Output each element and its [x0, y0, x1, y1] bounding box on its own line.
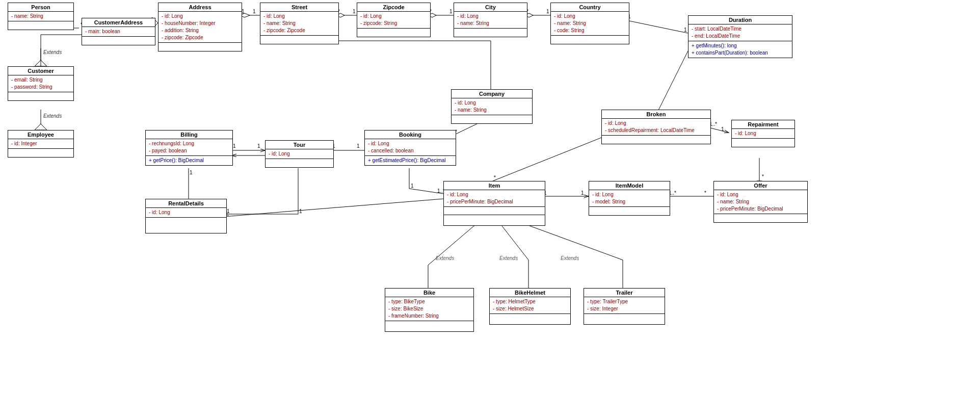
- class-bikehelmet-attrs: - type: HelmetType - size: HelmetSize: [490, 297, 570, 314]
- svg-text:1: 1: [190, 170, 193, 175]
- class-bikehelmet-extra: [490, 314, 570, 324]
- class-rentaldetails-header: RentalDetails: [146, 199, 226, 208]
- duration-attr-1: - start: LocalDateTime: [692, 25, 789, 33]
- duration-method-1: + getMinutes(): long: [692, 42, 789, 49]
- class-tour-header: Tour: [266, 141, 333, 149]
- diagram-container: * 1 1 1 1 * 1 * 1 * 1 1 1: [0, 0, 980, 418]
- zipcode-attr-2: - zipcode: String: [360, 20, 427, 27]
- class-zipcode-header: Zipcode: [357, 3, 430, 12]
- class-booking-methods: + getEstimatedPrice(): BigDecimal: [365, 156, 456, 165]
- class-employee-header: Employee: [8, 130, 73, 139]
- class-street-header: Street: [260, 3, 338, 12]
- address-attr-3: - addition: String: [162, 27, 239, 34]
- svg-text:1: 1: [233, 143, 236, 149]
- svg-line-31: [627, 20, 688, 33]
- booking-attr-1: - id: Long: [368, 140, 453, 147]
- class-company-methods: [452, 115, 532, 123]
- class-repairment-header: Repairment: [732, 120, 794, 129]
- class-city-methods: [454, 29, 527, 37]
- bike-attr-1: - type: BikeType: [388, 298, 470, 305]
- svg-text:1: 1: [411, 183, 414, 189]
- trailer-attr-1: - type: TrailerType: [587, 298, 661, 305]
- offer-attr-3: - pricePerMinute: BigDecimal: [717, 205, 804, 213]
- street-attr-3: - zipcode: Zipcode: [263, 27, 335, 34]
- class-employee-methods: [8, 149, 73, 157]
- class-item-header: Item: [444, 181, 545, 190]
- svg-text:1: 1: [253, 9, 256, 14]
- class-trailer-attrs: - type: TrailerType - size: Integer: [584, 297, 665, 314]
- zipcode-attr-1: - id: Long: [360, 13, 427, 20]
- class-rentaldetails-extra: [146, 218, 226, 233]
- class-bike-extra: [385, 321, 473, 331]
- repairment-attr-1: - id: Long: [735, 130, 791, 137]
- class-customer: Customer - email: String - password: Str…: [8, 66, 74, 101]
- booking-method-1: + getEstimatedPrice(): BigDecimal: [368, 157, 453, 164]
- tour-attr-1: - id: Long: [269, 150, 330, 158]
- class-rentaldetails-attrs: - id: Long: [146, 208, 226, 218]
- class-tour-attrs: - id: Long: [266, 149, 333, 159]
- svg-text:*: *: [704, 190, 706, 196]
- employee-attr-1: - id: Integer: [11, 140, 70, 147]
- class-bike-header: Bike: [385, 289, 473, 297]
- broken-attr-1: - id: Long: [605, 120, 707, 127]
- country-attr-3: - code: String: [554, 27, 626, 34]
- class-address-header: Address: [158, 3, 242, 12]
- class-employee: Employee - id: Integer: [8, 130, 74, 158]
- svg-text:1: 1: [357, 143, 360, 149]
- svg-text:1: 1: [353, 9, 356, 14]
- street-attr-2: - name: String: [263, 20, 335, 27]
- class-bike: Bike - type: BikeType - size: BikeSize -…: [385, 288, 474, 332]
- duration-method-2: + containsPart(Duration): boolean: [692, 49, 789, 57]
- class-customer-header: Customer: [8, 67, 73, 75]
- class-trailer-extra: [584, 314, 665, 324]
- class-offer-methods: [714, 214, 807, 222]
- svg-text:1: 1: [449, 9, 453, 14]
- bikehelmet-attr-2: - size: HelmetSize: [493, 305, 567, 312]
- customer-attr-2: - password: String: [11, 84, 70, 91]
- bike-attr-2: - size: BikeSize: [388, 305, 470, 312]
- svg-marker-1: [35, 60, 47, 66]
- class-offer-attrs: - id: Long - name: String - pricePerMinu…: [714, 190, 807, 214]
- class-duration-methods: + getMinutes(): long + containsPart(Dura…: [688, 41, 792, 58]
- class-bikehelmet-header: BikeHelmet: [490, 289, 570, 297]
- class-person-header: Person: [8, 3, 73, 12]
- svg-line-68: [657, 51, 688, 112]
- class-customeraddress-attrs: - main: boolean: [82, 27, 155, 37]
- class-billing-attrs: - rechnungsId: Long - payed: boolean: [146, 139, 232, 156]
- class-person-attrs: - name: String: [8, 12, 73, 21]
- class-duration-attrs: - start: LocalDateTime - end: LocalDateT…: [688, 24, 792, 41]
- billing-attr-1: - rechnungsId: Long: [149, 140, 229, 147]
- svg-text:1: 1: [299, 208, 302, 214]
- class-city: City - id: Long - name: String: [454, 3, 527, 37]
- class-billing-header: Billing: [146, 130, 232, 139]
- broken-attr-2: - scheduledRepairment: LocalDateTime: [605, 127, 707, 134]
- class-rentaldetails: RentalDetails - id: Long: [145, 199, 227, 233]
- class-street-attrs: - id: Long - name: String - zipcode: Zip…: [260, 12, 338, 36]
- class-company: Company - id: Long - name: String: [451, 89, 533, 124]
- svg-line-45: [409, 189, 443, 194]
- street-attr-1: - id: Long: [263, 13, 335, 20]
- item-attr-2: - pricePerMinute: BigDecimal: [447, 198, 542, 205]
- class-billing: Billing - rechnungsId: Long - payed: boo…: [145, 130, 233, 166]
- class-item-extra: [444, 215, 545, 225]
- customer-attr-1: - email: String: [11, 76, 70, 84]
- class-customer-methods: [8, 92, 73, 100]
- duration-attr-2: - end: LocalDateTime: [692, 33, 789, 40]
- class-country-attrs: - id: Long - name: String - code: String: [551, 12, 629, 36]
- svg-text:*: *: [762, 174, 764, 179]
- svg-text:1: 1: [684, 27, 687, 33]
- billing-method-1: + getPrice(): BigDecimal: [149, 157, 229, 164]
- item-attr-1: - id: Long: [447, 191, 542, 198]
- country-attr-2: - name: String: [554, 20, 626, 27]
- rentaldetails-attr-1: - id: Long: [149, 209, 223, 216]
- class-broken: Broken - id: Long - scheduledRepairment:…: [601, 110, 711, 144]
- class-customer-attrs: - email: String - password: String: [8, 75, 73, 92]
- class-zipcode: Zipcode - id: Long - zipcode: String: [357, 3, 431, 37]
- class-broken-attrs: - id: Long - scheduledRepairment: LocalD…: [602, 119, 710, 136]
- company-attr-2: - name: String: [455, 107, 529, 114]
- class-zipcode-methods: [357, 29, 430, 37]
- class-bikehelmet: BikeHelmet - type: HelmetType - size: He…: [489, 288, 571, 325]
- svg-line-55: [224, 199, 443, 217]
- svg-text:1: 1: [546, 9, 549, 14]
- class-company-header: Company: [452, 90, 532, 98]
